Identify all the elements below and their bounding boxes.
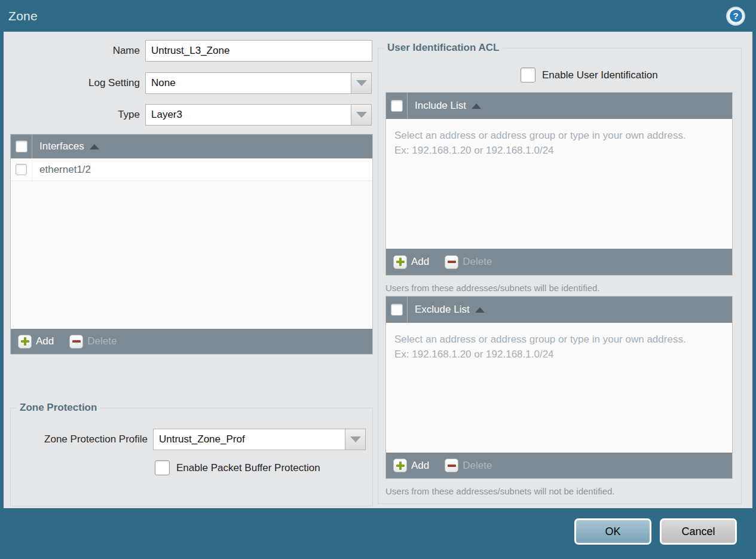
titlebar: Zone ? xyxy=(0,0,756,32)
include-list-body: Select an address or address group or ty… xyxy=(386,119,732,249)
add-label: Add xyxy=(36,335,54,347)
interfaces-toolbar: Add Delete xyxy=(11,329,372,354)
interfaces-table-header: Interfaces xyxy=(11,135,372,158)
include-list-table: Include List Select an address or addres… xyxy=(385,92,733,276)
type-row: Type xyxy=(10,104,373,126)
interfaces-table-body: ethernet1/2 xyxy=(11,158,372,329)
zone-dialog: Zone ? Name Log Setting Type xyxy=(0,0,756,559)
exclude-select-all-checkbox[interactable] xyxy=(391,304,403,316)
dialog-title: Zone xyxy=(8,9,38,23)
log-setting-combo xyxy=(145,72,372,94)
log-setting-row: Log Setting xyxy=(10,72,373,94)
chevron-down-icon xyxy=(350,436,361,442)
delete-label: Delete xyxy=(463,256,492,268)
exclude-list-body: Select an address or address group or ty… xyxy=(386,323,732,453)
exclude-list-column-header[interactable]: Exclude List xyxy=(415,304,485,316)
enable-packet-buffer-checkbox[interactable] xyxy=(155,460,170,475)
include-list-header: Include List xyxy=(386,93,732,119)
include-select-all-checkbox[interactable] xyxy=(391,100,403,112)
packet-buffer-label: Enable Packet Buffer Protection xyxy=(176,462,320,474)
exclude-list-table: Exclude List Select an address or addres… xyxy=(385,296,733,479)
name-label: Name xyxy=(10,45,140,57)
include-list-placeholder: Select an address or address group or ty… xyxy=(386,119,712,158)
type-input[interactable] xyxy=(145,104,351,126)
log-setting-dropdown-button[interactable] xyxy=(351,72,372,94)
include-list-toolbar: Add Delete xyxy=(386,249,732,275)
zone-protection-profile-row: Zone Protection Profile xyxy=(11,429,372,450)
exclude-list-caption: Users from these addresses/subnets will … xyxy=(385,486,741,496)
zone-protection-profile-dropdown-button[interactable] xyxy=(345,429,366,450)
zone-protection-profile-combo xyxy=(153,429,366,450)
zone-protection-legend: Zone Protection xyxy=(16,402,100,414)
interfaces-select-all-cell xyxy=(11,135,32,158)
interfaces-column-header[interactable]: Interfaces xyxy=(39,140,99,152)
row-checkbox-cell xyxy=(11,158,32,181)
sort-ascending-icon xyxy=(472,103,481,109)
include-select-all-cell xyxy=(386,93,408,119)
interface-name: ethernet1/2 xyxy=(39,164,91,176)
help-question-mark: ? xyxy=(729,8,743,23)
name-row: Name xyxy=(10,40,373,62)
delete-button[interactable]: Delete xyxy=(69,335,117,349)
add-label: Add xyxy=(411,256,429,268)
exclude-list-placeholder: Select an address or address group or ty… xyxy=(386,323,712,362)
enable-user-identification-row: Enable User Identification xyxy=(378,68,741,83)
zone-protection-profile-label: Zone Protection Profile xyxy=(11,433,148,445)
user-identification-acl-legend: User Identification ACL xyxy=(384,42,503,54)
dialog-body: Name Log Setting Type xyxy=(4,32,752,508)
include-list-wrap: Include List Select an address or addres… xyxy=(378,92,741,293)
zone-protection-section: Zone Protection Zone Protection Profile … xyxy=(10,408,373,506)
add-icon xyxy=(18,335,32,349)
delete-button[interactable]: Delete xyxy=(445,459,492,472)
sort-ascending-icon xyxy=(90,144,99,149)
interfaces-select-all-checkbox[interactable] xyxy=(16,140,27,152)
exclude-list-header-label: Exclude List xyxy=(415,304,470,316)
sort-ascending-icon xyxy=(475,307,485,313)
add-icon xyxy=(393,459,407,472)
delete-button[interactable]: Delete xyxy=(445,255,492,269)
zone-protection-profile-input[interactable] xyxy=(153,429,345,450)
dialog-footer: OK Cancel xyxy=(574,518,737,545)
log-setting-label: Log Setting xyxy=(10,77,140,89)
include-list-column-header[interactable]: Include List xyxy=(415,100,481,112)
type-label: Type xyxy=(10,109,140,121)
chevron-down-icon xyxy=(356,112,367,118)
delete-label: Delete xyxy=(87,335,117,347)
add-label: Add xyxy=(411,460,429,472)
add-button[interactable]: Add xyxy=(393,459,429,472)
enable-user-identification-label: Enable User Identification xyxy=(542,69,658,81)
cancel-button[interactable]: Cancel xyxy=(660,518,737,545)
type-dropdown-button[interactable] xyxy=(351,104,372,126)
exclude-list-header: Exclude List xyxy=(386,297,732,323)
chevron-down-icon xyxy=(356,80,367,86)
add-button[interactable]: Add xyxy=(393,255,429,269)
add-button[interactable]: Add xyxy=(18,335,54,349)
enable-user-identification-checkbox[interactable] xyxy=(521,68,535,83)
interfaces-table: Interfaces ethernet1/2 Add xyxy=(10,134,373,355)
table-row[interactable]: ethernet1/2 xyxy=(11,158,372,181)
user-identification-acl-section: User Identification ACL Enable User Iden… xyxy=(378,48,742,504)
type-combo xyxy=(145,104,372,126)
name-input[interactable] xyxy=(145,40,372,62)
ok-button[interactable]: OK xyxy=(574,518,651,545)
packet-buffer-row: Enable Packet Buffer Protection xyxy=(11,460,372,475)
add-icon xyxy=(393,255,407,269)
delete-label: Delete xyxy=(463,460,492,472)
interfaces-header-label: Interfaces xyxy=(39,140,84,152)
row-checkbox[interactable] xyxy=(16,164,27,175)
delete-icon xyxy=(69,335,83,349)
include-list-header-label: Include List xyxy=(415,100,466,112)
log-setting-input[interactable] xyxy=(145,72,351,94)
delete-icon xyxy=(445,255,458,269)
exclude-select-all-cell xyxy=(386,297,408,323)
include-list-caption: Users from these addresses/subnets will … xyxy=(385,283,741,293)
exclude-list-toolbar: Add Delete xyxy=(386,453,732,478)
right-column: User Identification ACL Enable User Iden… xyxy=(378,33,745,504)
delete-icon xyxy=(445,459,458,472)
exclude-list-wrap: Exclude List Select an address or addres… xyxy=(378,296,741,496)
left-column: Name Log Setting Type xyxy=(10,33,373,506)
help-icon[interactable]: ? xyxy=(726,7,745,26)
